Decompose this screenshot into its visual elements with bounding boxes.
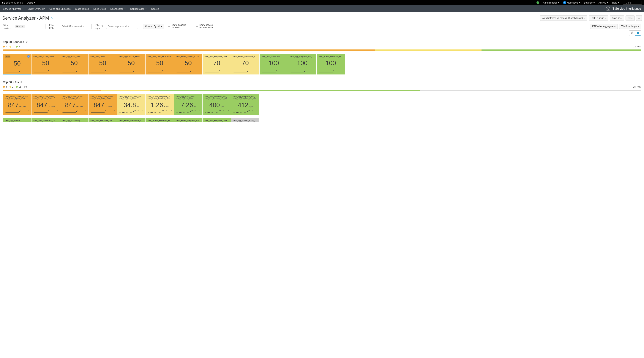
- nav-deep-dives[interactable]: Deep Dives: [93, 8, 106, 10]
- services-section-title: Top 50 Services: [3, 40, 24, 44]
- fullscreen-button[interactable]: [636, 15, 642, 21]
- tree-icon: [631, 31, 634, 34]
- kpi-tile[interactable]: APM_App_Availability_Dy...: [32, 118, 60, 122]
- kpi-tile[interactable]: APM_App_Error_Rate_Dy...APM_App_Error_Ra…: [117, 94, 145, 115]
- navbar: Service Analyzer Entity Overview Alerts …: [0, 5, 644, 12]
- topbar: splunk>enterprise Apps Administrator 1 M…: [0, 0, 644, 5]
- service-tile[interactable]: APM_EUEM_Requests_Pe...100: [316, 54, 345, 74]
- svg-rect-5: [633, 33, 633, 34]
- svg-rect-8: [637, 33, 638, 34]
- svg-point-14: [142, 70, 143, 70]
- kpi-tile[interactable]: APM_App_Response_Tim...: [88, 118, 117, 122]
- kpi-tile[interactable]: APM_EUEM_Requests_Pe...: [146, 118, 174, 122]
- svg-point-28: [200, 110, 200, 110]
- nav-search[interactable]: Search: [151, 8, 159, 10]
- kpi-value-button[interactable]: KPI Value: Aggregate: [590, 24, 618, 29]
- svg-point-13: [114, 70, 115, 70]
- service-tile[interactable]: APM_App_Health50: [88, 54, 117, 74]
- filter-services-label: Filter services: [3, 24, 12, 30]
- kpis-gear-icon[interactable]: ⚙: [20, 81, 22, 83]
- nav-alerts-episodes[interactable]: Alerts and Episodes: [49, 8, 70, 10]
- save-as-button[interactable]: Save as...: [610, 16, 624, 21]
- show-disabled-checkbox[interactable]: Show disabled services: [168, 24, 192, 29]
- filter-services-input[interactable]: APM*✕: [14, 24, 46, 29]
- kpi-tile[interactable]: APM_App_Apdex_Score_...APM_App_Apdex_Sco…: [32, 94, 60, 115]
- service-tile[interactable]: APM_App_Error_Rate50: [60, 54, 88, 74]
- svg-point-15: [171, 70, 172, 70]
- kpi-tile[interactable]: APM_EUEM_Apdex_Score...APM_EUEM_Apdex_Sc…: [3, 94, 31, 115]
- time-range-button[interactable]: Last 12 hours: [589, 16, 608, 21]
- service-tile[interactable]: APM_App_Apdex_Score50: [32, 54, 60, 74]
- services-legend: 7 2 3 12 Total: [0, 44, 644, 49]
- kpi-tile[interactable]: APM_EUEM_Apdex_ScoreAPM_EUEM_Apdex_Score…: [88, 94, 117, 115]
- nav-entity-overview[interactable]: Entity Overview: [28, 8, 44, 10]
- service-tile[interactable]: APM_App_Response_Time70: [202, 54, 231, 74]
- help-menu[interactable]: Help: [612, 1, 620, 4]
- created-by-filter[interactable]: Created By: All: [143, 24, 164, 29]
- kpi-tile[interactable]: APM_App_Requests_Per_...APM_App_Requests…: [231, 94, 260, 115]
- grid-icon: [636, 32, 639, 34]
- svg-rect-9: [638, 33, 639, 34]
- filter-kpis-label: Filter KPIs: [49, 24, 58, 30]
- find-input[interactable]: [627, 1, 640, 4]
- svg-point-25: [114, 110, 115, 110]
- svg-point-26: [142, 110, 143, 110]
- save-button[interactable]: Save: [626, 16, 635, 21]
- services-stacked-bar: [3, 50, 641, 51]
- tile-size-button[interactable]: Tile Size: Large: [619, 24, 641, 29]
- page-title: Service Analyzer - APM: [2, 16, 49, 21]
- services-gear-icon[interactable]: ⚙: [26, 41, 28, 43]
- kpi-tile[interactable]: APM_App_Apdex_ScoreAPM_App_Apdex_Score84…: [60, 94, 88, 115]
- kpi-tile[interactable]: APM_App_Requests_Per_...APM_App_Requests…: [202, 94, 231, 115]
- itsi-logo-icon: [606, 7, 610, 11]
- messages-menu[interactable]: 1 Messages: [563, 1, 580, 4]
- kpi-tile[interactable]: APM_App_Error_RateAPM_App_Error_Rate7.26…: [174, 94, 202, 115]
- svg-point-17: [228, 70, 229, 70]
- services-tiles: APM✓50APM_App_Apdex_Score50APM_App_Error…: [0, 54, 644, 78]
- legend-yellow-dot: [10, 46, 11, 48]
- kpi-tile[interactable]: APM_App_Health: [3, 118, 31, 122]
- nav-configuration[interactable]: Configuration: [130, 8, 147, 10]
- svg-point-22: [28, 110, 29, 110]
- services-section-head: Top 50 Services ⚙: [0, 38, 644, 44]
- kpi-tile[interactable]: APM_EUEM_Response_Ti...APM_EUEM_Response…: [146, 94, 174, 115]
- kpi-tile[interactable]: APM_App_Response_Time: [202, 118, 231, 122]
- chip-remove-icon[interactable]: ✕: [22, 25, 24, 28]
- edit-title-icon[interactable]: ✎: [51, 17, 53, 20]
- activity-menu[interactable]: Activity: [598, 1, 608, 4]
- page-header: Service Analyzer - APM ✎ Auto Refresh: N…: [0, 12, 644, 22]
- nav-service-analyzer[interactable]: Service Analyzer: [3, 8, 23, 10]
- services-total: 12 Total: [633, 45, 641, 48]
- service-tile[interactable]: APM_End_User_Experience50: [146, 54, 174, 74]
- find-box[interactable]: [623, 1, 642, 5]
- messages-badge: 1: [563, 1, 566, 4]
- svg-rect-3: [631, 33, 632, 34]
- settings-menu[interactable]: Settings: [584, 1, 595, 4]
- service-tile[interactable]: APM_App_Requests_Per_...100: [288, 54, 316, 74]
- nav-app-brand: IT Service Intelligence: [606, 7, 641, 11]
- kpi-tile[interactable]: APM_App_Availability: [60, 118, 88, 122]
- user-menu[interactable]: Administrator: [543, 1, 560, 4]
- service-tile[interactable]: APM✓50: [3, 54, 31, 74]
- service-tile[interactable]: APM_EUEM_Apdex_Score50: [174, 54, 202, 74]
- filter-tags-input[interactable]: [106, 24, 138, 29]
- show-dependencies-checkbox[interactable]: Show service dependencies: [196, 24, 220, 29]
- tile-view-button[interactable]: [635, 31, 641, 36]
- filter-services-chip[interactable]: APM*✕: [15, 25, 24, 28]
- service-tile[interactable]: APM_App_Availability100: [260, 54, 288, 74]
- kpi-tile[interactable]: APM_EUEM_Requests_Pe...: [174, 118, 202, 122]
- svg-point-19: [285, 70, 286, 70]
- nav-glass-tables[interactable]: Glass Tables: [75, 8, 89, 10]
- auto-refresh-button[interactable]: Auto Refresh: No refresh (Global default…: [540, 16, 587, 21]
- kpi-tile[interactable]: APM_App_Apdex_Score_...: [231, 118, 260, 122]
- service-tile[interactable]: APM_Applications_Perfor...50: [117, 54, 145, 74]
- filter-kpis-input[interactable]: [60, 24, 92, 29]
- legend-yellow-dot: [10, 86, 11, 88]
- tree-view-button[interactable]: [629, 31, 635, 36]
- apps-menu[interactable]: Apps: [28, 1, 35, 4]
- kpi-tile[interactable]: APM_EUEM_Response_Ti...: [117, 118, 145, 122]
- service-tile[interactable]: APM_EUEM_Response_Ti...70: [231, 54, 260, 74]
- view-toggle: [629, 31, 641, 36]
- system-health-icon[interactable]: [536, 1, 539, 4]
- nav-dashboards[interactable]: Dashboards: [110, 8, 126, 10]
